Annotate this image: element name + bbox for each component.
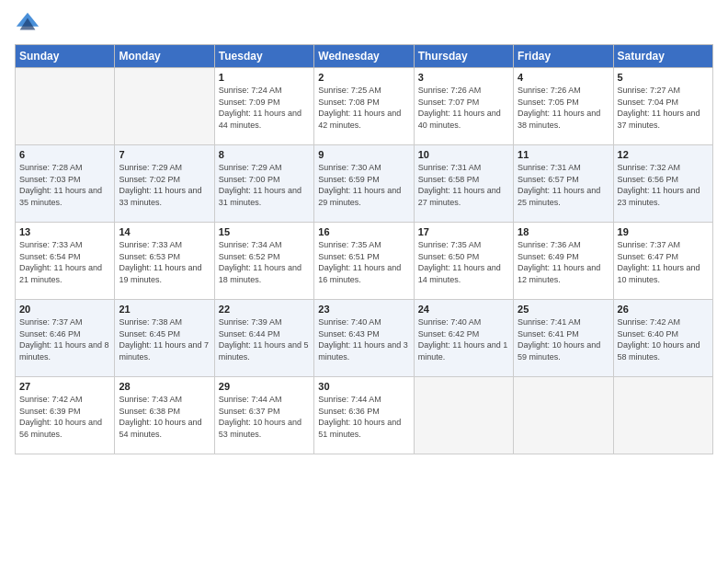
day-number: 2	[318, 72, 409, 83]
cell-info: Sunrise: 7:33 AMSunset: 6:54 PMDaylight:…	[19, 239, 110, 285]
calendar-cell: 25Sunrise: 7:41 AMSunset: 6:41 PMDayligh…	[514, 300, 613, 377]
day-number: 23	[318, 304, 409, 315]
cell-info: Sunrise: 7:30 AMSunset: 6:59 PMDaylight:…	[318, 162, 409, 208]
logo-icon	[15, 11, 40, 37]
cell-info: Sunrise: 7:43 AMSunset: 6:38 PMDaylight:…	[119, 394, 210, 440]
calendar-cell: 2Sunrise: 7:25 AMSunset: 7:08 PMDaylight…	[314, 68, 414, 145]
calendar-cell: 8Sunrise: 7:29 AMSunset: 7:00 PMDaylight…	[214, 145, 313, 223]
day-number: 12	[618, 149, 709, 160]
day-number: 7	[119, 149, 210, 160]
calendar-cell	[613, 377, 712, 454]
calendar-cell	[16, 68, 115, 145]
cell-info: Sunrise: 7:42 AMSunset: 6:40 PMDaylight:…	[618, 316, 709, 362]
day-number: 17	[418, 226, 509, 237]
day-number: 3	[418, 72, 509, 83]
calendar-cell: 17Sunrise: 7:35 AMSunset: 6:50 PMDayligh…	[414, 223, 513, 300]
cell-info: Sunrise: 7:31 AMSunset: 6:58 PMDaylight:…	[418, 162, 509, 208]
calendar-week-row: 20Sunrise: 7:37 AMSunset: 6:46 PMDayligh…	[16, 300, 713, 377]
cell-info: Sunrise: 7:37 AMSunset: 6:47 PMDaylight:…	[618, 239, 709, 285]
calendar-cell: 10Sunrise: 7:31 AMSunset: 6:58 PMDayligh…	[414, 145, 513, 223]
day-number: 11	[518, 149, 609, 160]
calendar-week-row: 1Sunrise: 7:24 AMSunset: 7:09 PMDaylight…	[16, 68, 713, 145]
cell-info: Sunrise: 7:44 AMSunset: 6:36 PMDaylight:…	[318, 394, 409, 440]
calendar-cell	[414, 377, 513, 454]
calendar-cell: 19Sunrise: 7:37 AMSunset: 6:47 PMDayligh…	[613, 223, 712, 300]
calendar-cell: 16Sunrise: 7:35 AMSunset: 6:51 PMDayligh…	[314, 223, 414, 300]
day-number: 10	[418, 149, 509, 160]
cell-info: Sunrise: 7:39 AMSunset: 6:44 PMDaylight:…	[219, 316, 310, 362]
day-number: 15	[219, 226, 310, 237]
calendar-cell: 26Sunrise: 7:42 AMSunset: 6:40 PMDayligh…	[613, 300, 712, 377]
calendar-cell: 29Sunrise: 7:44 AMSunset: 6:37 PMDayligh…	[214, 377, 313, 454]
day-number: 16	[318, 226, 409, 237]
day-header-sunday: Sunday	[16, 45, 115, 68]
cell-info: Sunrise: 7:29 AMSunset: 7:02 PMDaylight:…	[119, 162, 210, 208]
day-number: 20	[19, 304, 110, 315]
calendar-cell: 20Sunrise: 7:37 AMSunset: 6:46 PMDayligh…	[16, 300, 115, 377]
calendar-header-row: SundayMondayTuesdayWednesdayThursdayFrid…	[16, 45, 713, 68]
page: SundayMondayTuesdayWednesdayThursdayFrid…	[0, 0, 728, 563]
day-number: 19	[618, 226, 709, 237]
calendar-cell: 27Sunrise: 7:42 AMSunset: 6:39 PMDayligh…	[16, 377, 115, 454]
calendar-table: SundayMondayTuesdayWednesdayThursdayFrid…	[15, 44, 713, 454]
day-number: 14	[119, 226, 210, 237]
day-number: 4	[518, 72, 609, 83]
calendar-week-row: 6Sunrise: 7:28 AMSunset: 7:03 PMDaylight…	[16, 145, 713, 223]
day-header-friday: Friday	[514, 45, 613, 68]
cell-info: Sunrise: 7:42 AMSunset: 6:39 PMDaylight:…	[19, 394, 110, 440]
calendar-week-row: 27Sunrise: 7:42 AMSunset: 6:39 PMDayligh…	[16, 377, 713, 454]
day-number: 30	[318, 381, 409, 392]
cell-info: Sunrise: 7:26 AMSunset: 7:07 PMDaylight:…	[418, 85, 509, 131]
calendar-cell: 18Sunrise: 7:36 AMSunset: 6:49 PMDayligh…	[514, 223, 613, 300]
calendar-cell: 3Sunrise: 7:26 AMSunset: 7:07 PMDaylight…	[414, 68, 513, 145]
calendar-week-row: 13Sunrise: 7:33 AMSunset: 6:54 PMDayligh…	[16, 223, 713, 300]
calendar-cell: 12Sunrise: 7:32 AMSunset: 6:56 PMDayligh…	[613, 145, 712, 223]
cell-info: Sunrise: 7:37 AMSunset: 6:46 PMDaylight:…	[19, 316, 110, 362]
cell-info: Sunrise: 7:40 AMSunset: 6:42 PMDaylight:…	[418, 316, 509, 362]
cell-info: Sunrise: 7:33 AMSunset: 6:53 PMDaylight:…	[119, 239, 210, 285]
logo	[15, 11, 42, 37]
day-number: 5	[618, 72, 709, 83]
day-number: 13	[19, 226, 110, 237]
day-number: 29	[219, 381, 310, 392]
calendar-cell: 14Sunrise: 7:33 AMSunset: 6:53 PMDayligh…	[115, 223, 214, 300]
day-header-thursday: Thursday	[414, 45, 513, 68]
calendar-cell: 23Sunrise: 7:40 AMSunset: 6:43 PMDayligh…	[314, 300, 414, 377]
day-number: 1	[219, 72, 310, 83]
cell-info: Sunrise: 7:38 AMSunset: 6:45 PMDaylight:…	[119, 316, 210, 362]
calendar-cell: 30Sunrise: 7:44 AMSunset: 6:36 PMDayligh…	[314, 377, 414, 454]
cell-info: Sunrise: 7:32 AMSunset: 6:56 PMDaylight:…	[618, 162, 709, 208]
day-number: 18	[518, 226, 609, 237]
cell-info: Sunrise: 7:35 AMSunset: 6:50 PMDaylight:…	[418, 239, 509, 285]
calendar-cell: 6Sunrise: 7:28 AMSunset: 7:03 PMDaylight…	[16, 145, 115, 223]
calendar-cell: 21Sunrise: 7:38 AMSunset: 6:45 PMDayligh…	[115, 300, 214, 377]
day-header-tuesday: Tuesday	[214, 45, 313, 68]
cell-info: Sunrise: 7:24 AMSunset: 7:09 PMDaylight:…	[219, 85, 310, 131]
cell-info: Sunrise: 7:40 AMSunset: 6:43 PMDaylight:…	[318, 316, 409, 362]
day-number: 8	[219, 149, 310, 160]
day-header-wednesday: Wednesday	[314, 45, 414, 68]
day-header-saturday: Saturday	[613, 45, 712, 68]
day-number: 24	[418, 304, 509, 315]
cell-info: Sunrise: 7:27 AMSunset: 7:04 PMDaylight:…	[618, 85, 709, 131]
cell-info: Sunrise: 7:44 AMSunset: 6:37 PMDaylight:…	[219, 394, 310, 440]
cell-info: Sunrise: 7:25 AMSunset: 7:08 PMDaylight:…	[318, 85, 409, 131]
cell-info: Sunrise: 7:28 AMSunset: 7:03 PMDaylight:…	[19, 162, 110, 208]
calendar-cell: 1Sunrise: 7:24 AMSunset: 7:09 PMDaylight…	[214, 68, 313, 145]
calendar-cell: 15Sunrise: 7:34 AMSunset: 6:52 PMDayligh…	[214, 223, 313, 300]
calendar-cell	[514, 377, 613, 454]
calendar-cell: 4Sunrise: 7:26 AMSunset: 7:05 PMDaylight…	[514, 68, 613, 145]
cell-info: Sunrise: 7:35 AMSunset: 6:51 PMDaylight:…	[318, 239, 409, 285]
calendar-cell: 5Sunrise: 7:27 AMSunset: 7:04 PMDaylight…	[613, 68, 712, 145]
day-number: 27	[19, 381, 110, 392]
calendar-cell	[115, 68, 214, 145]
calendar-cell: 9Sunrise: 7:30 AMSunset: 6:59 PMDaylight…	[314, 145, 414, 223]
day-number: 25	[518, 304, 609, 315]
cell-info: Sunrise: 7:36 AMSunset: 6:49 PMDaylight:…	[518, 239, 609, 285]
cell-info: Sunrise: 7:34 AMSunset: 6:52 PMDaylight:…	[219, 239, 310, 285]
calendar-cell: 7Sunrise: 7:29 AMSunset: 7:02 PMDaylight…	[115, 145, 214, 223]
calendar-cell: 13Sunrise: 7:33 AMSunset: 6:54 PMDayligh…	[16, 223, 115, 300]
cell-info: Sunrise: 7:41 AMSunset: 6:41 PMDaylight:…	[518, 316, 609, 362]
day-number: 26	[618, 304, 709, 315]
cell-info: Sunrise: 7:29 AMSunset: 7:00 PMDaylight:…	[219, 162, 310, 208]
